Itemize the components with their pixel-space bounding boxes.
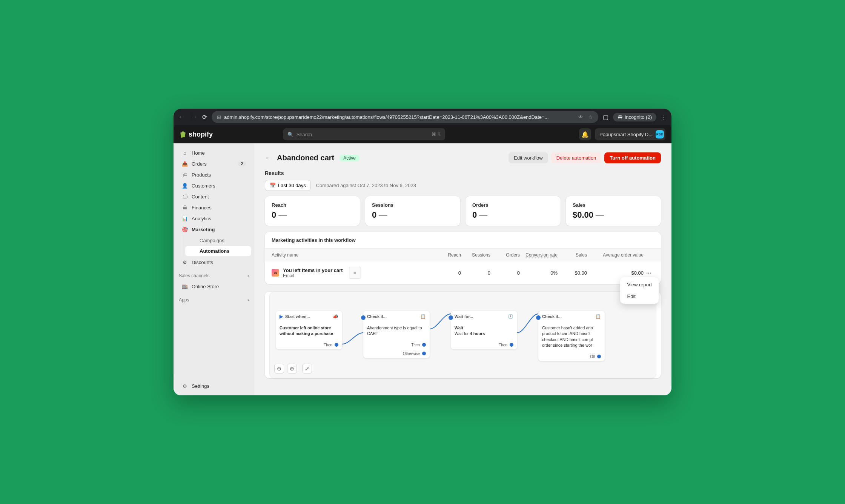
incognito-icon: 🕶 [618, 114, 622, 120]
metric-label: Orders [472, 202, 554, 208]
sidebar-item-label: Home [192, 150, 205, 156]
section-label: Apps [179, 297, 189, 303]
panel-title: Marketing activities in this workflow [265, 232, 661, 249]
workflow-node[interactable]: Check if...📋Abandonment type is equal to… [363, 311, 430, 358]
sidebar-item-label: Automations [200, 248, 229, 254]
sidebar: ⌂Home📥Orders2🏷Products👤Customers🖵Content… [174, 143, 254, 395]
shopify-logo[interactable]: shopify [180, 131, 213, 138]
fit-screen-button[interactable]: ⤢ [302, 364, 312, 373]
turn-off-automation-button[interactable]: Turn off automation [604, 152, 661, 163]
col-sales: Sales [558, 252, 587, 258]
node-head-label: Check if... [367, 314, 387, 319]
sidebar-item-analytics[interactable]: 📊Analytics [177, 213, 251, 224]
sidebar-item-customers[interactable]: 👤Customers [177, 180, 251, 191]
sidebar-item-content[interactable]: 🖵Content [177, 191, 251, 202]
marketing-icon: 🎯 [182, 226, 188, 232]
metric-value: 0— [372, 210, 453, 220]
workflow-node[interactable]: Check if...📋Customer hasn't added ano pr… [538, 311, 605, 361]
table-header: Activity name Reach Sessions Orders Conv… [265, 249, 661, 261]
sidebar-item-marketing[interactable]: 🎯Marketing [177, 224, 251, 235]
browser-menu-icon[interactable]: ⋮ [661, 114, 667, 121]
otherwise-label: Otherwise [403, 352, 420, 356]
incognito-badge[interactable]: 🕶 Incognito (2) [613, 113, 656, 121]
url-text: admin.shopify.com/store/popupsmartdemo22… [224, 114, 575, 120]
sidebar-item-label: Customers [192, 183, 215, 189]
date-range-picker[interactable]: 📅 Last 30 days [265, 180, 311, 191]
url-bar[interactable]: ⊞ admin.shopify.com/store/popupsmartdemo… [212, 111, 598, 123]
results-heading: Results [265, 170, 661, 176]
workflow-panel: ▶Start when...📣Customer left online stor… [265, 292, 661, 378]
metric-label: Sales [573, 202, 654, 208]
then-label: Then [411, 343, 420, 347]
date-range-label: Last 30 days [278, 183, 306, 188]
node-head-label: Start when... [285, 314, 310, 319]
hide-tracking-icon[interactable]: 👁 [578, 114, 583, 120]
cell-reach: 0 [432, 270, 461, 276]
account-label: Popupsmart Shopify D... [599, 132, 653, 137]
gear-icon: ⚙ [182, 383, 188, 389]
account-menu[interactable]: Popupsmart Shopify D... PSD [595, 128, 665, 140]
node-head-label: Check if... [542, 314, 562, 319]
clock-icon: 🕐 [508, 314, 513, 319]
edit-workflow-button[interactable]: Edit workflow [509, 152, 548, 163]
metric-card-sales: Sales$0.00— [566, 196, 661, 226]
notifications-button[interactable]: 🔔 [579, 128, 591, 140]
delete-automation-button[interactable]: Delete automation [551, 152, 602, 163]
browser-window: ← → ⟳ ⊞ admin.shopify.com/store/popupsma… [174, 109, 671, 395]
sidebar-item-home[interactable]: ⌂Home [177, 148, 251, 158]
connector-dot [597, 355, 601, 358]
back-button[interactable]: ← [265, 154, 272, 162]
search-input[interactable]: 🔍 Search ⌘ K [283, 128, 445, 140]
sidebar-item-automations[interactable]: Automations [185, 246, 251, 256]
metric-value: 0— [272, 210, 353, 220]
menu-view-report[interactable]: View report [622, 279, 657, 290]
connector-dot [422, 343, 426, 347]
workflow-canvas[interactable]: ▶Start when...📣Customer left online stor… [269, 292, 656, 378]
then-label: Then [499, 343, 507, 347]
extensions-icon[interactable]: ▢ [603, 114, 608, 121]
sidebar-item-online-store[interactable]: 🏬 Online Store [177, 281, 251, 292]
bookmark-icon[interactable]: ☆ [588, 114, 593, 120]
email-thumbnail: ▦ [349, 267, 361, 279]
sidebar-item-label: Orders [192, 161, 207, 167]
node-head-label: Wait for... [455, 314, 473, 319]
chevron-right-icon[interactable]: › [247, 273, 249, 278]
sidebar-item-campaigns[interactable]: Campaigns [185, 235, 251, 246]
browser-forward-icon[interactable]: → [191, 113, 198, 121]
sidebar-item-discounts[interactable]: ⚙ Discounts [177, 257, 251, 267]
row-actions-button[interactable]: ⋯ [644, 270, 654, 276]
then-label: Then [324, 343, 332, 347]
col-sessions: Sessions [461, 252, 490, 258]
incognito-label: Incognito (2) [625, 114, 652, 120]
content-icon: 🖵 [182, 194, 188, 200]
zoom-in-button[interactable]: ⊕ [287, 364, 297, 373]
zoom-out-button[interactable]: ⊖ [274, 364, 284, 373]
page-title: Abandoned cart [277, 154, 334, 162]
analytics-icon: 📊 [182, 215, 188, 221]
chevron-right-icon[interactable]: › [247, 297, 249, 303]
sidebar-item-settings[interactable]: ⚙ Settings [177, 381, 251, 391]
connector-dot [449, 315, 453, 320]
site-info-icon[interactable]: ⊞ [217, 114, 221, 120]
col-aov: Average order value [587, 252, 644, 258]
sidebar-item-finances[interactable]: 🏛Finances [177, 202, 251, 213]
workflow-node[interactable]: ▶Start when...📣Customer left online stor… [276, 311, 342, 349]
browser-reload-icon[interactable]: ⟳ [202, 114, 207, 121]
home-icon: ⌂ [182, 150, 188, 156]
discount-icon: ⚙ [182, 259, 188, 265]
sidebar-section-apps: Apps › [174, 292, 254, 305]
orders-icon: 📥 [182, 161, 188, 167]
metric-value: 0— [472, 210, 554, 220]
sidebar-item-orders[interactable]: 📥Orders2 [177, 158, 251, 169]
sidebar-section-sales-channels: Sales channels › [174, 268, 254, 281]
connector-dot [335, 343, 338, 347]
workflow-node[interactable]: Wait for...🕐WaitWait for 4 hoursThen [451, 311, 517, 349]
store-icon: 🏬 [182, 283, 188, 289]
sidebar-item-label: Content [192, 194, 209, 200]
menu-edit[interactable]: Edit [622, 290, 657, 302]
sidebar-item-label: Discounts [192, 260, 213, 265]
metric-label: Sessions [372, 202, 453, 208]
browser-back-icon[interactable]: ← [178, 113, 185, 121]
sidebar-item-products[interactable]: 🏷Products [177, 169, 251, 180]
cell-aov: $0.00 [587, 270, 644, 276]
